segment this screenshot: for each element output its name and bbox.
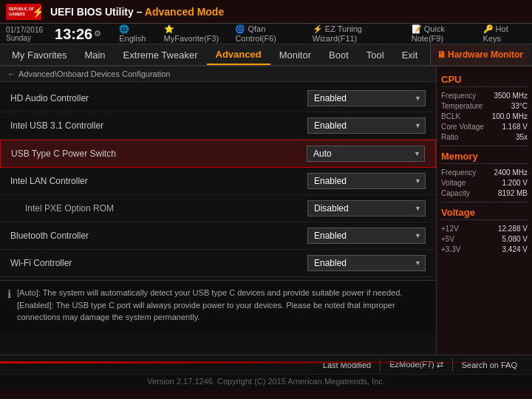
- rog-logo: REPUBLIC OF GAMERS ⚡: [6, 4, 41, 20]
- setting-label-usb-typec: USB Type C Power Switch: [11, 149, 307, 159]
- setting-row-lan: Intel LAN Controller EnabledDisabled: [0, 168, 436, 195]
- hw-divider-2: [441, 202, 528, 202]
- nav-item-monitor[interactable]: Monitor: [270, 44, 320, 65]
- hw-volt-12v: +12V 12.288 V: [441, 225, 528, 233]
- hw-volt-5v: +5V 5.080 V: [441, 235, 528, 243]
- quick-note-btn[interactable]: 📝 Quick Note(F9): [412, 24, 476, 43]
- footer-text: Version 2.17.1246. Copyright (C) 2015 Am…: [147, 377, 385, 386]
- nav-item-my-favorites[interactable]: My Favorites: [3, 44, 75, 65]
- info-icon: ℹ: [7, 288, 11, 326]
- date-info: 01/17/2016 Sunday: [6, 26, 43, 42]
- setting-label-usb31: Intel USB 3.1 Controller: [10, 120, 307, 131]
- footer: Version 2.17.1246. Copyright (C) 2015 Am…: [0, 374, 532, 390]
- setting-row-bluetooth: Bluetooth Controller EnabledDisabled: [0, 222, 436, 250]
- hw-monitor-tab[interactable]: 🖥 Hardware Monitor: [430, 44, 529, 65]
- nav-item-extreme-tweaker[interactable]: Extreme Tweaker: [115, 44, 207, 65]
- my-favorite-btn[interactable]: ⭐ MyFavorite(F3): [164, 24, 228, 43]
- info-box: ℹ [Auto]: The system will automatically …: [0, 280, 436, 332]
- hw-mem-capacity: Capacity 8192 MB: [441, 189, 528, 197]
- nav-item-tool[interactable]: Tool: [358, 44, 393, 65]
- header-title: UEFI BIOS Utility – Advanced Mode: [50, 6, 224, 18]
- breadcrumb-path: Advanced\Onboard Devices Configuration: [18, 69, 170, 78]
- hw-cpu-temperature: Temperature 33°C: [441, 102, 528, 110]
- voltage-section-title: Voltage: [441, 207, 528, 220]
- memory-section-title: Memory: [441, 151, 528, 164]
- qfan-control-btn[interactable]: 🌀 Qfan Control(F6): [235, 24, 304, 43]
- ez-tuning-btn[interactable]: ⚡ EZ Tuning Wizard(F11): [313, 24, 404, 43]
- header-bar: REPUBLIC OF GAMERS ⚡ UEFI BIOS Utility –…: [0, 0, 532, 24]
- bottom-bar: Last Modified EzMode(F7) ⇄ Search on FAQ: [0, 355, 532, 374]
- hw-cpu-core-voltage: Core Voltage 1.168 V: [441, 123, 528, 131]
- setting-row-wifi: Wi-Fi Controller EnabledDisabled: [0, 250, 436, 277]
- setting-row-usb-typec: USB Type C Power Switch AutoEnabledDisab…: [0, 140, 436, 168]
- content-area: ← Advanced\Onboard Devices Configuration…: [0, 66, 436, 355]
- breadcrumb-arrow[interactable]: ←: [7, 69, 16, 78]
- search-faq-btn[interactable]: Search on FAQ: [453, 359, 526, 371]
- svg-text:GAMERS: GAMERS: [9, 12, 26, 16]
- gear-icon[interactable]: ⚙: [94, 29, 101, 38]
- hw-cpu-frequency: Frequency 3500 MHz: [441, 92, 528, 100]
- ez-mode-btn[interactable]: EzMode(F7) ⇄: [381, 358, 453, 371]
- time-display: 13:26: [55, 27, 92, 41]
- svg-text:⚡: ⚡: [32, 6, 41, 18]
- setting-row-hd-audio: HD Audio Controller EnabledDisabled: [0, 85, 436, 112]
- last-modified-btn[interactable]: Last Modified: [314, 359, 381, 371]
- hw-volt-33v: +3.3V 3.424 V: [441, 245, 528, 253]
- main-layout: ← Advanced\Onboard Devices Configuration…: [0, 66, 532, 355]
- breadcrumb: ← Advanced\Onboard Devices Configuration: [0, 66, 436, 82]
- nav-item-boot[interactable]: Boot: [320, 44, 358, 65]
- hot-keys-btn[interactable]: 🔑 Hot Keys: [483, 24, 526, 43]
- setting-label-lan: Intel LAN Controller: [10, 176, 307, 186]
- nav-bar: My Favorites Main Extreme Tweaker Advanc…: [0, 44, 532, 66]
- setting-select-bluetooth[interactable]: EnabledDisabled: [307, 228, 426, 244]
- settings-container: HD Audio Controller EnabledDisabled Inte…: [0, 82, 436, 280]
- setting-label-pxe: Intel PXE Option ROM: [10, 203, 307, 214]
- setting-select-usb31[interactable]: EnabledDisabled: [307, 117, 426, 134]
- nav-item-advanced[interactable]: Advanced: [207, 44, 270, 65]
- hw-cpu-bclk: BCLK 100.0 MHz: [441, 112, 528, 120]
- setting-select-wifi[interactable]: EnabledDisabled: [307, 255, 426, 271]
- setting-label-hd-audio: HD Audio Controller: [10, 93, 307, 103]
- nav-item-main[interactable]: Main: [75, 44, 114, 65]
- setting-row-usb31: Intel USB 3.1 Controller EnabledDisabled: [0, 112, 436, 140]
- nav-item-exit[interactable]: Exit: [393, 44, 427, 65]
- hw-cpu-ratio: Ratio 35x: [441, 133, 528, 141]
- cpu-section-title: CPU: [441, 74, 528, 87]
- info-text: [Auto]: The system will automatically de…: [17, 287, 429, 326]
- svg-text:REPUBLIC OF: REPUBLIC OF: [9, 7, 34, 11]
- logo: REPUBLIC OF GAMERS ⚡: [6, 4, 41, 20]
- setting-label-bluetooth: Bluetooth Controller: [10, 231, 307, 241]
- hw-mem-voltage: Voltage 1.200 V: [441, 179, 528, 187]
- datetime-bar: 01/17/2016 Sunday 13:26 ⚙ 🌐 English ⭐ My…: [0, 24, 532, 44]
- hw-divider-1: [441, 146, 528, 146]
- hw-mem-frequency: Frequency 2400 MHz: [441, 168, 528, 177]
- language-selector[interactable]: 🌐 English: [119, 24, 156, 43]
- setting-select-usb-typec[interactable]: AutoEnabledDisabled: [307, 146, 425, 162]
- setting-label-wifi: Wi-Fi Controller: [10, 258, 307, 268]
- datetime-actions: 🌐 English ⭐ MyFavorite(F3) 🌀 Qfan Contro…: [119, 24, 526, 43]
- setting-select-lan[interactable]: EnabledDisabled: [307, 173, 426, 189]
- setting-row-pxe: Intel PXE Option ROM DisabledEnabled: [0, 195, 436, 222]
- hw-sidebar: CPU Frequency 3500 MHz Temperature 33°C …: [436, 66, 532, 355]
- setting-select-hd-audio[interactable]: EnabledDisabled: [307, 90, 426, 106]
- setting-select-pxe[interactable]: DisabledEnabled: [307, 200, 426, 216]
